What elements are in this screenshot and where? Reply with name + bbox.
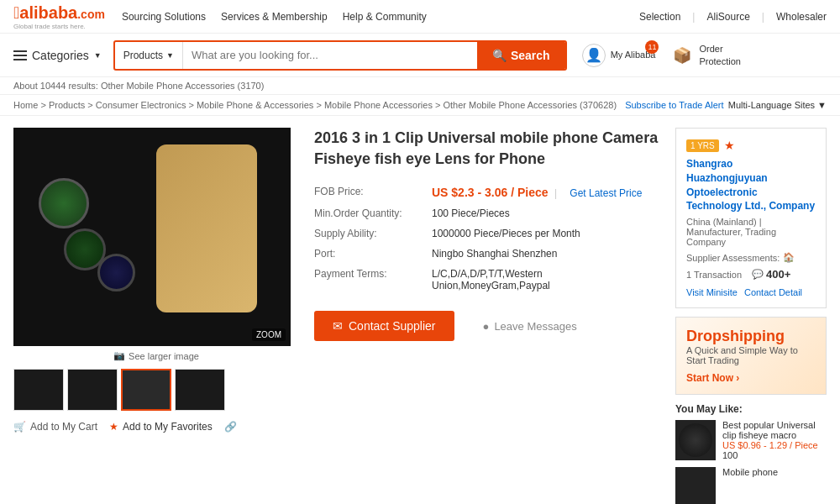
order-protection-label: Order Protection [699, 43, 741, 67]
dropdown-arrow: ▼ [166, 51, 174, 60]
you-may-like-title: You May Like: [675, 403, 827, 415]
like-info-2: Mobile phone [722, 467, 778, 504]
envelope-icon: ✉ [333, 319, 343, 333]
top-nav: alibaba.com Global trade starts here. S… [0, 0, 840, 34]
search-category-dropdown[interactable]: Products ▼ [115, 42, 183, 69]
port-label: Port: [314, 244, 432, 264]
supplier-name[interactable]: Shangrao Huazhongjuyuan Optoelectronic T… [686, 157, 816, 213]
dropship-title: Dropshipping [686, 328, 816, 345]
nav-link-help[interactable]: Help & Community [343, 11, 427, 23]
contact-supplier-button[interactable]: ✉ Contact Supplier [314, 311, 454, 341]
dropship-content: Dropshipping A Quick and Simple Way to S… [676, 318, 826, 394]
like-item-1[interactable]: Best popular Universal clip fisheye macr… [675, 420, 827, 460]
search-input[interactable] [183, 49, 477, 61]
breadcrumb-path: Home > Products > Consumer Electronics >… [13, 100, 724, 110]
share-button[interactable]: 🔗 [224, 421, 237, 433]
product-detail-table: FOB Price: US $2.3 - 3.06 / Piece | Get … [314, 181, 660, 296]
logo-tagline: Global trade starts here. [13, 23, 86, 30]
visit-minisite-link[interactable]: Visit Minisite [686, 287, 738, 297]
price-value: US $2.3 - 3.06 / Piece | Get Latest Pric… [432, 181, 660, 203]
supplier-card: 1 YRS ★ Shangrao Huazhongjuyuan Optoelec… [675, 128, 827, 308]
get-price-link[interactable]: Get Latest Price [570, 187, 642, 199]
breadcrumb-text: Home > Products > Consumer Electronics >… [13, 100, 617, 110]
thumbnail-1[interactable] [13, 369, 64, 411]
categories-button[interactable]: Categories ▼ [13, 49, 102, 62]
assessments-row: Supplier Assessments: 🏠 [686, 252, 816, 263]
order-protection-button[interactable]: 📦 Order Protection [670, 43, 741, 67]
nav-link-sourcing[interactable]: Sourcing Solutions [122, 11, 206, 23]
nav-right-icons: 👤 11 My Alibaba 📦 Order Protection [582, 43, 741, 67]
like-info-1: Best popular Universal clip fisheye macr… [722, 420, 827, 460]
supply-value: 1000000 Piece/Pieces per Month [432, 223, 660, 244]
leave-message-button[interactable]: ● Leave Messages [468, 312, 592, 341]
nav-link-services[interactable]: Services & Membership [221, 11, 328, 23]
like-thumb-2 [675, 467, 716, 504]
my-alibaba-button[interactable]: 👤 11 My Alibaba [582, 44, 656, 67]
user-icon: 👤 [582, 44, 606, 67]
subscribe-link[interactable]: Subscribe to Trade Alert [625, 100, 723, 110]
share-icon: 🔗 [224, 421, 237, 433]
price-row: FOB Price: US $2.3 - 3.06 / Piece | Get … [314, 181, 660, 203]
payment-row: Payment Terms: L/C,D/A,D/P,T/T,Western U… [314, 264, 660, 296]
categories-label: Categories [32, 49, 89, 62]
product-title: 2016 3 in 1 Clip Universal mobile phone … [314, 128, 660, 170]
wholesaler-link[interactable]: Wholesaler [776, 11, 827, 23]
top-nav-links: Sourcing Solutions Services & Membership… [122, 11, 639, 23]
response-icon: 💬 [752, 269, 764, 280]
price-label: FOB Price: [314, 181, 432, 203]
transaction-row: 1 Transaction 💬 400+ [686, 268, 816, 281]
contact-detail-link[interactable]: Contact Detail [744, 287, 802, 297]
thumbnail-4[interactable] [175, 369, 225, 411]
moq-value: 100 Piece/Pieces [432, 203, 660, 223]
start-now-link[interactable]: Start Now › [686, 372, 739, 384]
product-images: ZOOM 📷 See larger image 🛒 Add to My Cart… [13, 128, 299, 504]
supplier-links: Visit Minisite Contact Detail [686, 287, 816, 297]
supply-label: Supply Ability: [314, 223, 432, 244]
alibaba-badge: 11 [645, 40, 659, 54]
multi-lang-dropdown[interactable]: Multi-Language Sites ▼ [728, 100, 827, 110]
search-bar: Products ▼ 🔍 Search [113, 40, 567, 71]
product-right: 1 YRS ★ Shangrao Huazhongjuyuan Optoelec… [675, 128, 827, 504]
see-larger-button[interactable]: 📷 See larger image [13, 346, 299, 365]
thumbnail-2[interactable] [67, 369, 118, 411]
moq-row: Min.Order Quantity: 100 Piece/Pieces [314, 203, 660, 223]
like-thumb-1 [675, 420, 716, 460]
selection-link[interactable]: Selection [639, 11, 680, 23]
product-details: 2016 3 in 1 Clip Universal mobile phone … [299, 128, 675, 504]
zoom-label: ZOOM [252, 328, 286, 341]
main-nav: Categories ▼ Products ▼ 🔍 Search 👤 11 My… [0, 34, 840, 77]
payment-label: Payment Terms: [314, 264, 432, 296]
main-product-image: ZOOM [13, 128, 291, 346]
transaction-count: 1 Transaction [686, 270, 742, 280]
lens-3-decoration [97, 254, 135, 291]
results-text: About 10444 results: Other Mobile Phone … [13, 81, 264, 91]
you-may-like: You May Like: Best popular Universal cli… [675, 403, 827, 504]
thumbnail-row [13, 369, 299, 411]
alisource-link[interactable]: AliSource [706, 11, 749, 23]
multi-lang-arrow: ▼ [817, 100, 827, 110]
search-icon: 🔍 [492, 49, 507, 62]
add-to-favorites-button[interactable]: ★ Add to My Favorites [109, 421, 213, 433]
supply-row: Supply Ability: 1000000 Piece/Pieces per… [314, 223, 660, 244]
dropship-subtitle: A Quick and Simple Way to Start Trading [686, 345, 816, 365]
contact-row: ✉ Contact Supplier ● Leave Messages [314, 311, 660, 341]
image-icon: 📷 [113, 350, 125, 361]
hamburger-icon [13, 50, 27, 60]
add-to-cart-button[interactable]: 🛒 Add to My Cart [13, 421, 97, 433]
product-area: ZOOM 📷 See larger image 🛒 Add to My Cart… [0, 116, 840, 504]
moq-label: Min.Order Quantity: [314, 203, 432, 223]
port-value: Ningbo Shanghai Shenzhen [432, 244, 660, 264]
phone-decoration [156, 144, 257, 312]
logo[interactable]: alibaba.com Global trade starts here. [13, 3, 105, 30]
search-button[interactable]: 🔍 Search [477, 42, 565, 69]
cart-icon: 🛒 [13, 421, 26, 433]
star-icon: ★ [109, 421, 118, 433]
payment-value: L/C,D/A,D/P,T/T,Western Union,MoneyGram,… [432, 264, 660, 296]
thumbnail-3[interactable] [121, 369, 171, 411]
order-icon: 📦 [670, 44, 694, 67]
supplier-badges: 1 YRS ★ [686, 139, 816, 152]
response-count: 💬 400+ [752, 268, 790, 281]
supplier-location: China (Mainland) | Manufacturer, Trading… [686, 217, 816, 247]
like-item-2[interactable]: Mobile phone [675, 467, 827, 504]
logo-text: alibaba.com [13, 3, 105, 23]
